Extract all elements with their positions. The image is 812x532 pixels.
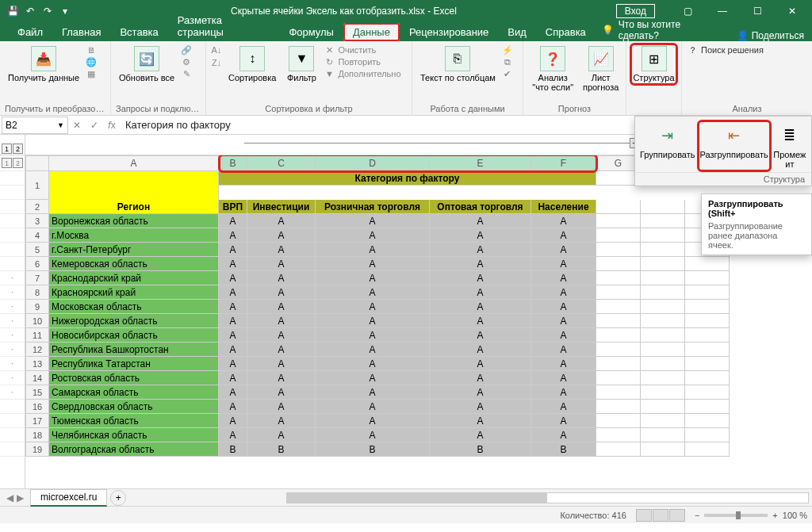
tell-me[interactable]: 💡 Что вы хотите сделать? — [596, 19, 729, 41]
cell[interactable]: A — [247, 314, 316, 328]
cell[interactable] — [596, 214, 641, 228]
row-header[interactable]: 12 — [25, 343, 49, 357]
cell[interactable]: Регион — [49, 200, 219, 214]
col-header-D[interactable]: D — [316, 155, 430, 171]
cell[interactable]: A — [219, 257, 247, 271]
cell[interactable]: A — [219, 271, 247, 285]
flash-fill-icon[interactable]: ⚡ — [502, 44, 513, 55]
col-header-E[interactable]: E — [430, 155, 531, 171]
cell[interactable]: A — [247, 400, 316, 414]
undo-icon[interactable]: ↶ — [24, 5, 36, 17]
cell[interactable] — [641, 385, 685, 400]
cell[interactable]: A — [247, 328, 316, 343]
cell[interactable]: B — [430, 442, 531, 457]
from-web-icon[interactable]: 🌐 — [86, 56, 97, 67]
cell[interactable]: A — [247, 243, 316, 257]
cell[interactable]: A — [531, 357, 596, 371]
cell[interactable]: A — [316, 214, 430, 228]
row-header[interactable]: 13 — [25, 357, 49, 371]
cell[interactable]: A — [219, 243, 247, 257]
cell[interactable] — [641, 357, 685, 371]
cell[interactable]: A — [531, 400, 596, 414]
cell[interactable]: A — [316, 385, 430, 400]
cell[interactable]: Краснодарский край — [49, 271, 219, 285]
tab-home[interactable]: Главная — [52, 23, 110, 41]
tab-file[interactable]: Файл — [8, 23, 52, 41]
cell[interactable]: A — [247, 285, 316, 300]
from-table-icon[interactable]: ▦ — [86, 68, 97, 79]
cell[interactable] — [641, 200, 685, 214]
cell[interactable]: Кемеровская область — [49, 257, 219, 271]
cell[interactable]: A — [531, 271, 596, 285]
cell[interactable]: Красноярский край — [49, 285, 219, 300]
text-to-columns-button[interactable]: ⎘ Текст по столбцам — [417, 44, 499, 84]
cell[interactable] — [596, 428, 641, 442]
save-icon[interactable]: 💾 — [6, 5, 19, 17]
cell[interactable] — [685, 314, 730, 328]
cell[interactable]: A — [430, 228, 531, 243]
cell[interactable]: Розничная торговля — [316, 200, 430, 214]
cell[interactable] — [641, 285, 685, 300]
cell[interactable] — [641, 442, 685, 457]
outline-col-level-2[interactable]: 2 — [13, 144, 23, 154]
cell[interactable]: A — [531, 257, 596, 271]
row-header[interactable]: 16 — [25, 400, 49, 414]
row-header[interactable]: 2 — [25, 200, 49, 214]
cell[interactable]: A — [247, 385, 316, 400]
cell[interactable]: A — [316, 371, 430, 385]
cell[interactable]: Население — [531, 200, 596, 214]
tab-review[interactable]: Рецензирование — [400, 23, 498, 41]
fx-icon[interactable]: fx — [103, 117, 121, 134]
cell[interactable]: Категория по фактору — [219, 171, 596, 186]
cell[interactable] — [641, 271, 685, 285]
chevron-down-icon[interactable]: ▼ — [57, 121, 64, 129]
outline-row-level-2[interactable]: 2 — [13, 158, 23, 168]
cell[interactable]: A — [531, 328, 596, 343]
cell[interactable]: A — [316, 300, 430, 314]
zoom-slider[interactable] — [704, 514, 768, 517]
row-header[interactable]: 11 — [25, 328, 49, 343]
cell[interactable]: A — [531, 414, 596, 428]
cell[interactable]: A — [247, 214, 316, 228]
cell[interactable]: A — [219, 371, 247, 385]
cell[interactable]: A — [247, 371, 316, 385]
row-header[interactable]: 1 — [25, 171, 49, 200]
cell[interactable] — [685, 300, 730, 314]
cell[interactable] — [685, 371, 730, 385]
tab-view[interactable]: Вид — [498, 23, 536, 41]
properties-icon[interactable]: ⚙ — [181, 56, 192, 67]
cell[interactable] — [596, 414, 641, 428]
cell[interactable] — [596, 271, 641, 285]
cell[interactable] — [685, 285, 730, 300]
solver-button[interactable]: ？Поиск решения — [687, 44, 764, 55]
tab-insert[interactable]: Вставка — [110, 23, 167, 41]
cell[interactable]: A — [531, 428, 596, 442]
cell[interactable] — [596, 343, 641, 357]
cell[interactable]: A — [219, 314, 247, 328]
cell[interactable]: A — [531, 385, 596, 400]
cell[interactable]: A — [430, 300, 531, 314]
cell[interactable]: A — [316, 243, 430, 257]
cell[interactable] — [596, 357, 641, 371]
cell[interactable] — [641, 414, 685, 428]
tab-layout[interactable]: Разметка страницы — [168, 11, 280, 41]
grid[interactable]: A B C D E F G H I 1Категория по фактору2… — [25, 155, 812, 488]
row-header[interactable]: 7 — [25, 271, 49, 285]
cell[interactable]: A — [219, 400, 247, 414]
row-header[interactable]: 4 — [25, 228, 49, 243]
cell[interactable]: Воронежская область — [49, 214, 219, 228]
row-header[interactable]: 8 — [25, 285, 49, 300]
cell[interactable]: Новосибирская область — [49, 328, 219, 343]
clear-filter-button[interactable]: ✕Очистить — [324, 44, 400, 55]
cell[interactable]: A — [247, 414, 316, 428]
cell[interactable] — [685, 385, 730, 400]
cell[interactable]: Инвестиции — [247, 200, 316, 214]
cell[interactable] — [685, 257, 730, 271]
name-box[interactable]: B2 ▼ — [2, 117, 68, 134]
cell[interactable]: A — [531, 243, 596, 257]
cell[interactable] — [596, 385, 641, 400]
cell[interactable]: Самарская область — [49, 385, 219, 400]
cell[interactable] — [49, 171, 219, 200]
cell[interactable]: Республика Татарстан — [49, 357, 219, 371]
cell[interactable]: A — [247, 428, 316, 442]
